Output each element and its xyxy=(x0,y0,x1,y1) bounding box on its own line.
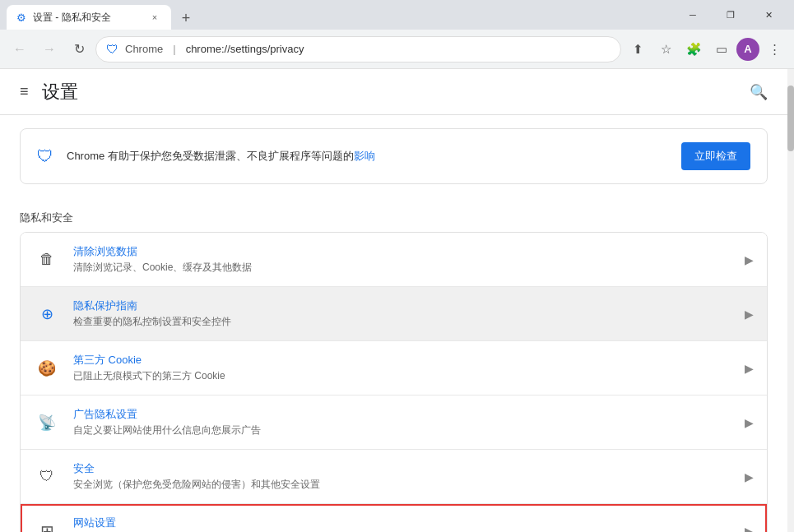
navigation-bar: ← → ↻ 🛡 Chrome | chrome://settings/priva… xyxy=(0,30,794,69)
forward-button[interactable]: → xyxy=(36,36,63,62)
cookie-title: 第三方 Cookie xyxy=(73,353,731,368)
section-header: 隐私和安全 xyxy=(0,197,787,232)
site-settings-arrow: ▶ xyxy=(745,525,754,533)
ad-privacy-arrow: ▶ xyxy=(745,416,754,429)
tab-title: 设置 - 隐私和安全 xyxy=(33,11,142,25)
nav-right-controls: ⬆ ☆ 🧩 ▭ A ⋮ xyxy=(625,36,787,62)
site-settings-icon: ⊞ xyxy=(34,518,60,533)
sidebar-icon: ▭ xyxy=(716,42,727,57)
safety-link[interactable]: 影响 xyxy=(354,150,375,162)
settings-item-clear-browsing[interactable]: 🗑 清除浏览数据 清除浏览记录、Cookie、缓存及其他数据 ▶ xyxy=(21,233,767,287)
extension-button[interactable]: 🧩 xyxy=(680,36,707,62)
clear-browsing-arrow: ▶ xyxy=(745,253,754,266)
address-bar[interactable]: 🛡 Chrome | chrome://settings/privacy xyxy=(95,36,621,62)
save-icon: ⬆ xyxy=(633,42,643,57)
security-icon: 🛡 xyxy=(34,464,60,490)
more-menu-button[interactable]: ⋮ xyxy=(761,36,787,62)
browser-tab[interactable]: ⚙ 设置 - 隐私和安全 × xyxy=(7,5,171,30)
more-icon: ⋮ xyxy=(768,42,781,57)
new-tab-button[interactable]: + xyxy=(174,7,197,30)
privacy-guide-arrow: ▶ xyxy=(745,308,754,321)
privacy-guide-icon: ⊕ xyxy=(34,301,60,327)
shield-icon: 🛡 xyxy=(106,42,118,56)
clear-browsing-desc: 清除浏览记录、Cookie、缓存及其他数据 xyxy=(73,261,731,275)
url-path: chrome://settings/privacy xyxy=(186,43,304,55)
profile-button[interactable]: A xyxy=(736,38,759,61)
back-button[interactable]: ← xyxy=(7,36,33,62)
close-button[interactable]: ✕ xyxy=(750,0,787,30)
save-page-button[interactable]: ⬆ xyxy=(625,36,651,62)
cookie-text: 第三方 Cookie 已阻止无痕模式下的第三方 Cookie xyxy=(73,353,731,383)
privacy-guide-title: 隐私保护指南 xyxy=(73,298,731,313)
cookie-icon: 🍪 xyxy=(34,355,60,382)
safety-text-before: Chrome 有助于保护您免受数据泄露、不良扩展程序等问题的 xyxy=(67,150,354,162)
safety-card: 🛡 Chrome 有助于保护您免受数据泄露、不良扩展程序等问题的影响 立即检查 xyxy=(20,128,768,184)
main-area: ≡ 设置 🔍 🛡 Chrome 有助于保护您免受数据泄露、不良扩展程序等问题的影… xyxy=(0,69,794,532)
clear-browsing-title: 清除浏览数据 xyxy=(73,244,731,259)
refresh-button[interactable]: ↻ xyxy=(66,36,92,62)
page-title: 设置 xyxy=(42,80,78,104)
privacy-guide-text: 隐私保护指南 检查重要的隐私控制设置和安全控件 xyxy=(73,298,731,329)
scrollbar-thumb[interactable] xyxy=(787,86,794,151)
safety-shield-icon: 🛡 xyxy=(37,147,53,166)
cookie-arrow: ▶ xyxy=(745,362,754,375)
settings-item-ad-privacy[interactable]: 📡 广告隐私设置 自定义要让网站使用什么信息向您展示广告 ▶ xyxy=(21,396,767,450)
window-controls: ─ ❐ ✕ xyxy=(674,0,787,30)
protocol-label: Chrome xyxy=(125,43,163,55)
bookmark-button[interactable]: ☆ xyxy=(652,36,679,62)
ad-privacy-desc: 自定义要让网站使用什么信息向您展示广告 xyxy=(73,423,731,437)
ad-privacy-title: 广告隐私设置 xyxy=(73,407,731,422)
url-separator: | xyxy=(173,43,175,55)
settings-content: ≡ 设置 🔍 🛡 Chrome 有助于保护您免受数据泄露、不良扩展程序等问题的影… xyxy=(0,69,787,532)
settings-item-site-settings[interactable]: ⊞ 网站设置 控制网站可以使用和显示什么信息（如位置信息、摄像头、弹出式窗口及其… xyxy=(21,504,767,532)
clear-browsing-text: 清除浏览数据 清除浏览记录、Cookie、缓存及其他数据 xyxy=(73,244,731,275)
bookmark-icon: ☆ xyxy=(661,42,671,57)
security-desc: 安全浏览（保护您免受危险网站的侵害）和其他安全设置 xyxy=(73,478,731,492)
security-title: 安全 xyxy=(73,461,731,476)
forward-icon: → xyxy=(43,42,56,57)
refresh-icon: ↻ xyxy=(74,41,85,57)
privacy-guide-desc: 检查重要的隐私控制设置和安全控件 xyxy=(73,315,731,329)
hamburger-icon[interactable]: ≡ xyxy=(20,83,29,100)
cookie-desc: 已阻止无痕模式下的第三方 Cookie xyxy=(73,369,731,383)
settings-list: 🗑 清除浏览数据 清除浏览记录、Cookie、缓存及其他数据 ▶ ⊕ 隐私保护指… xyxy=(20,232,768,532)
settings-item-privacy-guide[interactable]: ⊕ 隐私保护指南 检查重要的隐私控制设置和安全控件 ▶ xyxy=(21,287,767,341)
section-title: 隐私和安全 xyxy=(20,211,73,224)
minimize-button[interactable]: ─ xyxy=(674,0,712,30)
content-area: 🛡 Chrome 有助于保护您免受数据泄露、不良扩展程序等问题的影响 立即检查 … xyxy=(0,128,787,532)
sidebar-button[interactable]: ▭ xyxy=(708,36,735,62)
security-text: 安全 安全浏览（保护您免受危险网站的侵害）和其他安全设置 xyxy=(73,461,731,492)
security-arrow: ▶ xyxy=(745,470,754,483)
check-now-button[interactable]: 立即检查 xyxy=(681,142,750,170)
ad-privacy-text: 广告隐私设置 自定义要让网站使用什么信息向您展示广告 xyxy=(73,407,731,437)
restore-button[interactable]: ❐ xyxy=(712,0,750,30)
scrollbar-track[interactable] xyxy=(787,69,794,532)
ad-privacy-icon: 📡 xyxy=(34,409,60,436)
back-icon: ← xyxy=(13,42,26,57)
tab-settings-icon: ⚙ xyxy=(16,12,26,24)
search-button[interactable]: 🔍 xyxy=(750,83,768,101)
profile-letter: A xyxy=(744,43,751,55)
settings-item-third-party-cookie[interactable]: 🍪 第三方 Cookie 已阻止无痕模式下的第三方 Cookie ▶ xyxy=(21,341,767,396)
safety-card-text: Chrome 有助于保护您免受数据泄露、不良扩展程序等问题的影响 xyxy=(67,149,668,164)
site-settings-title: 网站设置 xyxy=(73,516,731,530)
tab-close-button[interactable]: × xyxy=(148,11,161,24)
settings-item-security[interactable]: 🛡 安全 安全浏览（保护您免受危险网站的侵害）和其他安全设置 ▶ xyxy=(21,450,767,504)
site-settings-text: 网站设置 控制网站可以使用和显示什么信息（如位置信息、摄像头、弹出式窗口及其他） xyxy=(73,516,731,532)
clear-browsing-icon: 🗑 xyxy=(34,247,60,273)
extension-icon: 🧩 xyxy=(686,42,702,57)
settings-header: ≡ 设置 🔍 xyxy=(0,69,787,115)
